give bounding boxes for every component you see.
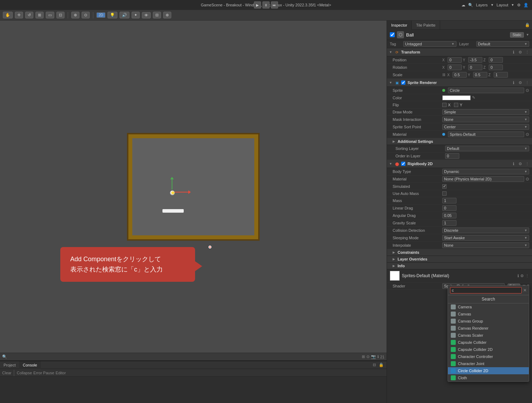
search-close-button[interactable]: ✕ bbox=[523, 288, 527, 293]
gravity-scale-field[interactable]: 1 bbox=[442, 220, 456, 226]
rb2d-enabled[interactable] bbox=[401, 162, 405, 166]
linear-drag-field[interactable]: 0 bbox=[442, 205, 456, 211]
search-item-canvas[interactable]: Canvas bbox=[448, 310, 529, 318]
audio-button[interactable]: 🔊 bbox=[120, 12, 129, 18]
search-item-capsule-collider-2d[interactable]: Capsule Collider 2D bbox=[448, 346, 529, 353]
transform-info-icon[interactable]: ℹ bbox=[511, 49, 516, 55]
sprite-sort-select[interactable]: Center ▼ bbox=[442, 124, 529, 130]
info-header[interactable]: ▶ Info bbox=[387, 263, 532, 269]
lock-icon[interactable]: 🔒 bbox=[379, 363, 387, 367]
scale-y-field[interactable]: 0.5 bbox=[473, 72, 487, 78]
rect-tool-button[interactable]: ▭ bbox=[46, 12, 54, 18]
rotation-y-field[interactable]: 0 bbox=[468, 65, 482, 70]
rotate-tool-button[interactable]: ↺ bbox=[25, 12, 33, 18]
hidden-objects-button[interactable]: 👁 bbox=[142, 12, 151, 18]
step-button[interactable]: ⏭ bbox=[271, 1, 278, 9]
static-button[interactable]: Static bbox=[510, 32, 524, 38]
flip-y-checkbox[interactable] bbox=[454, 103, 458, 107]
console-tab[interactable]: Console bbox=[19, 361, 40, 369]
collision-detection-select[interactable]: Discrete ▼ bbox=[442, 228, 529, 233]
transform-component-header[interactable]: ▼ ⟳ Transform ℹ ⚙ ⋮ bbox=[387, 48, 532, 56]
use-auto-mass-checkbox[interactable] bbox=[442, 191, 447, 196]
search-item-capsule-collider[interactable]: Capsule Collider bbox=[448, 339, 529, 346]
sprite-renderer-enabled[interactable] bbox=[401, 80, 405, 85]
object-active-checkbox[interactable] bbox=[390, 32, 395, 37]
layers-label[interactable]: Layers bbox=[476, 3, 488, 7]
lock-inspector-icon[interactable]: 🔒 bbox=[525, 23, 530, 27]
layers-icon[interactable]: ⊙ bbox=[366, 354, 370, 359]
sprite-renderer-header[interactable]: ▼ ▣ Sprite Renderer ℹ ⚙ ⋮ bbox=[387, 79, 532, 87]
body-type-select[interactable]: Dynamic ▼ bbox=[442, 169, 529, 174]
lighting-button[interactable]: 💡 bbox=[107, 12, 117, 18]
rotation-x-field[interactable]: 0 bbox=[448, 65, 462, 70]
sr-settings-icon[interactable]: ⚙ bbox=[517, 80, 523, 85]
search-item-character-controller[interactable]: Character Controller bbox=[448, 353, 529, 360]
search-item-character-joint[interactable]: Character Joint bbox=[448, 360, 529, 367]
search-small-icon[interactable]: 🔍 bbox=[2, 354, 7, 359]
effects-button[interactable]: ✦ bbox=[132, 12, 140, 18]
material-menu-icon[interactable]: ⋮ bbox=[525, 274, 529, 278]
search-item-canvas-group[interactable]: Canvas Group bbox=[448, 318, 529, 325]
scale-tool-button[interactable]: ⊞ bbox=[35, 12, 44, 18]
paddle-object[interactable] bbox=[162, 209, 184, 213]
search-item-circle-collider-2d[interactable]: Circle Collider 2D bbox=[448, 367, 529, 374]
interpolate-select[interactable]: None ▼ bbox=[442, 242, 529, 248]
sorting-layer-select[interactable]: Default ▼ bbox=[445, 146, 529, 151]
scale-x-field[interactable]: 0.5 bbox=[453, 72, 467, 78]
material-sr-field[interactable]: Sprites-Default bbox=[448, 131, 524, 137]
color-picker-icon[interactable]: ✎ bbox=[472, 95, 475, 100]
tag-select[interactable]: Untagged ▼ bbox=[403, 41, 456, 47]
play-button[interactable]: ▶ bbox=[254, 1, 261, 9]
static-chevron[interactable]: ▼ bbox=[526, 33, 529, 37]
position-y-field[interactable]: -3.5 bbox=[468, 57, 482, 63]
collapse-icon[interactable]: ⊟ bbox=[373, 363, 379, 367]
gizmos-button[interactable]: ⊕ bbox=[163, 12, 171, 18]
sr-menu-icon[interactable]: ⋮ bbox=[524, 80, 530, 85]
grid-snap-icon[interactable]: ⊞ bbox=[362, 354, 365, 359]
pause-button[interactable]: ⏸ bbox=[262, 1, 270, 9]
layer-select[interactable]: Default ▼ bbox=[476, 41, 530, 47]
material-settings-icon[interactable]: ⚙ bbox=[520, 274, 524, 278]
search-item-camera[interactable]: Camera bbox=[448, 303, 529, 310]
additional-settings-header[interactable]: ▶ Additional Settings bbox=[387, 138, 532, 145]
transform-menu-icon[interactable]: ⋮ bbox=[524, 49, 530, 55]
layer-overrides-header[interactable]: ▶ Layer Overrides bbox=[387, 256, 532, 263]
transform-settings-icon[interactable]: ⚙ bbox=[517, 49, 523, 55]
order-in-layer-field[interactable]: 0 bbox=[445, 153, 459, 159]
scale-z-field[interactable]: 1 bbox=[494, 72, 508, 78]
rotation-z-field[interactable]: 0 bbox=[489, 65, 503, 70]
material-pick-icon[interactable]: ⊙ bbox=[526, 132, 529, 137]
tile-palette-tab[interactable]: Tile Palette bbox=[412, 21, 440, 30]
mask-interaction-select[interactable]: None ▼ bbox=[442, 117, 529, 122]
grid-button[interactable]: ⊟ bbox=[153, 12, 161, 18]
sr-info-icon[interactable]: ℹ bbox=[511, 80, 516, 85]
sleeping-mode-select[interactable]: Start Awake ▼ bbox=[442, 235, 529, 241]
mass-field[interactable]: 1 bbox=[442, 198, 456, 203]
hand-tool-button[interactable]: ✋ bbox=[3, 12, 13, 18]
simulated-checkbox[interactable]: ✓ bbox=[442, 184, 447, 189]
material-info-icon[interactable]: ℹ bbox=[517, 274, 519, 278]
account-icon[interactable]: 👤 bbox=[523, 3, 528, 7]
camera-icon[interactable]: 📷 bbox=[371, 354, 376, 359]
move-gizmo[interactable] bbox=[209, 246, 211, 248]
error-pause-button[interactable]: Error Pause bbox=[33, 371, 54, 375]
collapse-logs-button[interactable]: Collapse bbox=[17, 371, 32, 375]
draw-mode-select[interactable]: Simple ▼ bbox=[442, 109, 529, 115]
ball-object[interactable]: ⭐ bbox=[170, 190, 175, 195]
flip-x-checkbox[interactable] bbox=[442, 103, 447, 107]
rb-material-pick-icon[interactable]: ⊙ bbox=[526, 177, 529, 181]
position-z-field[interactable]: 0 bbox=[489, 57, 503, 63]
angular-drag-field[interactable]: 0.05 bbox=[442, 213, 456, 218]
layout-label[interactable]: Layout bbox=[497, 3, 508, 7]
2d-mode-button[interactable]: 2D bbox=[96, 12, 105, 18]
constraints-header[interactable]: ▶ Constraints bbox=[387, 249, 532, 256]
position-x-field[interactable]: 0 bbox=[448, 57, 462, 63]
transform-tool-button[interactable]: ⊡ bbox=[56, 12, 65, 18]
rb-material-field[interactable]: None (Physics Material 2D) bbox=[442, 176, 524, 182]
project-tab[interactable]: Project bbox=[0, 361, 19, 369]
move-tool-button[interactable]: ✛ bbox=[15, 12, 23, 18]
object-name[interactable]: Ball bbox=[406, 32, 508, 38]
search-item-canvas-scaler[interactable]: Canvas Scaler bbox=[448, 332, 529, 339]
global-local-button[interactable]: ⊙ bbox=[82, 12, 90, 18]
rb2d-settings-icon[interactable]: ⚙ bbox=[517, 161, 523, 167]
